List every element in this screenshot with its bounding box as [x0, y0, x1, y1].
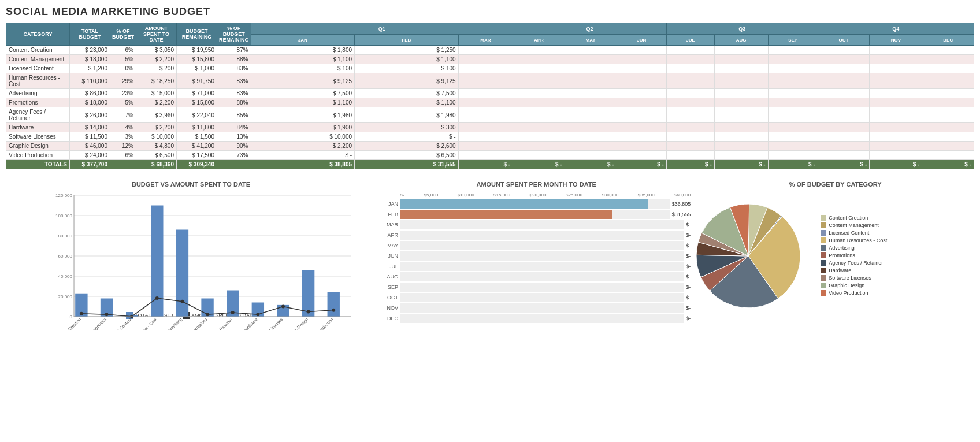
pie-legend-label: Human Resources - Cost — [829, 237, 887, 243]
totals-total: $ 377,700 — [70, 160, 110, 169]
totals-apr: $ - — [513, 160, 565, 169]
x-axis-label: $5,000 — [424, 192, 438, 198]
pie-legend-color — [821, 230, 826, 236]
horiz-chart: $-$5,000$10,000$15,000$20,000$25,000$30,… — [382, 192, 691, 323]
aug-val — [714, 123, 768, 132]
horiz-bar-row: MAR$- — [382, 220, 691, 229]
jan-val: $ 9,125 — [251, 73, 355, 89]
horiz-bar-value: $- — [686, 274, 691, 280]
oct-val — [818, 123, 869, 132]
dec-val — [922, 46, 974, 55]
total-budget: $ 14,000 — [70, 123, 110, 132]
x-axis-label: $15,000 — [493, 192, 510, 198]
totals-jan: $ 38,805 — [251, 160, 355, 169]
bar-chart-container: BUDGET vs AMOUNT SPENT TO DATE 020,00040… — [6, 181, 376, 324]
pie-chart-title: % OF BUDGET BY CATEGORY — [696, 181, 974, 188]
jun-val — [617, 123, 666, 132]
x-axis-label: $35,000 — [638, 192, 655, 198]
aug-val — [714, 142, 768, 151]
feb-val: $ 1,100 — [355, 55, 459, 64]
col-feb: FEB — [355, 35, 459, 46]
amount-spent: $ 200 — [136, 64, 177, 73]
nov-val — [870, 123, 922, 132]
charts-section: BUDGET vs AMOUNT SPENT TO DATE 020,00040… — [6, 181, 974, 324]
x-axis-label: $10,000 — [458, 192, 474, 198]
budget-table: CATEGORY TOTAL BUDGET % OF BUDGET AMOUNT… — [6, 23, 974, 169]
jun-val — [617, 73, 666, 89]
horiz-bar-row: AUG$- — [382, 272, 691, 281]
apr-val — [513, 151, 565, 160]
total-budget: $ 18,000 — [70, 98, 110, 107]
pie-legend-color — [821, 237, 826, 243]
pct-remaining: 84% — [217, 123, 251, 132]
x-axis-label: $25,000 — [566, 192, 582, 198]
dec-val — [922, 89, 974, 98]
col-dec: DEC — [922, 35, 974, 46]
pct-remaining: 87% — [217, 46, 251, 55]
svg-point-55 — [307, 310, 310, 314]
col-pct-remaining: % OF BUDGET REMAINING — [217, 23, 251, 46]
horiz-chart-container: AMOUNT SPENT PER MONTH TO DATE $-$5,000$… — [382, 181, 691, 324]
may-val — [565, 89, 617, 98]
budget-remaining: $ 15,800 — [177, 98, 217, 107]
cat-name: Software Licenses — [6, 132, 70, 142]
jul-val — [666, 123, 714, 132]
dec-val — [922, 123, 974, 132]
jul-val — [666, 73, 714, 89]
jun-val — [617, 89, 666, 98]
pct-remaining: 85% — [217, 107, 251, 123]
sep-val — [768, 142, 818, 151]
nov-val — [870, 151, 922, 160]
x-axis-label: $20,000 — [530, 192, 547, 198]
month-label: JAN — [382, 201, 400, 207]
pie-legend-item: Content Creation — [821, 215, 887, 221]
x-axis-label: $30,000 — [602, 192, 618, 198]
totals-may: $ - — [565, 160, 617, 169]
col-aug: AUG — [714, 35, 768, 46]
pct-remaining: 83% — [217, 64, 251, 73]
horiz-bar-value: $- — [686, 222, 691, 228]
jul-val — [666, 132, 714, 142]
aug-val — [714, 46, 768, 55]
svg-point-50 — [180, 300, 184, 303]
jun-val — [617, 151, 666, 160]
sep-val — [768, 73, 818, 89]
pct-remaining: 88% — [217, 55, 251, 64]
total-budget: $ 86,000 — [70, 89, 110, 98]
jan-val: $ 100 — [251, 64, 355, 73]
amount-spent: $ 3,050 — [136, 46, 177, 55]
totals-aug: $ - — [714, 160, 768, 169]
horiz-bar-row: NOV$- — [382, 303, 691, 313]
nov-val — [870, 89, 922, 98]
pct-budget: 23% — [110, 89, 136, 98]
pie-legend-item: Hardware — [821, 268, 887, 273]
amount-spent: $ 2,200 — [136, 123, 177, 132]
pie-legend-color — [821, 283, 826, 288]
pie-legend-item: Promotions — [821, 252, 887, 258]
totals-pct — [110, 160, 136, 169]
svg-point-52 — [231, 311, 235, 314]
col-q4: Q4 — [818, 23, 974, 35]
jun-val — [617, 107, 666, 123]
pie-legend-color — [821, 260, 826, 266]
horiz-bar-value: $- — [686, 243, 691, 248]
aug-val — [714, 64, 768, 73]
totals-jun: $ - — [617, 160, 666, 169]
jan-val: $ - — [251, 151, 355, 160]
may-val — [565, 73, 617, 89]
totals-dec: $ - — [922, 160, 974, 169]
oct-val — [818, 107, 869, 123]
mar-val — [458, 46, 513, 55]
oct-val — [818, 46, 869, 55]
sep-val — [768, 55, 818, 64]
horiz-bar-bg — [400, 210, 670, 219]
budget-remaining: $ 22,040 — [177, 107, 217, 123]
oct-val — [818, 89, 869, 98]
may-val — [565, 123, 617, 132]
pct-remaining: 88% — [217, 98, 251, 107]
amount-spent: $ 2,200 — [136, 98, 177, 107]
svg-point-46 — [80, 312, 83, 315]
pie-legend-color — [821, 215, 826, 221]
jul-val — [666, 98, 714, 107]
totals-jul: $ - — [666, 160, 714, 169]
